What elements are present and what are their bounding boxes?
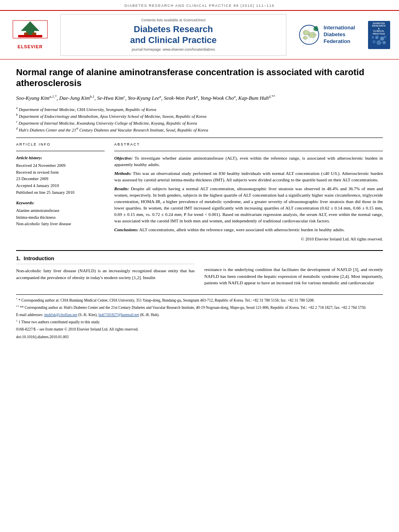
elsevier-label: ELSEVIER: [18, 44, 43, 50]
idf-globe-icon: [298, 24, 320, 46]
journal-cover-title: DIABETESRESEARCH&CLINICALPRACTICE: [372, 22, 385, 35]
journal-line: DIABETES RESEARCH AND CLINICAL PRACTICE …: [0, 0, 399, 10]
divider-1: [16, 138, 383, 138]
affiliation-b: b Department of Endocrinology and Metabo…: [16, 113, 383, 119]
keyword-2: Intima-media thickness: [16, 215, 105, 221]
article-info-col: ARTICLE INFO Article history: Received 2…: [16, 142, 105, 244]
intro-left-text: Non-alcoholic fatty liver disease (NAFLD…: [16, 267, 195, 281]
journal-cover-box: DIABETESRESEARCH&CLINICALPRACTICE: [368, 21, 390, 49]
idf-section: InternationalDiabetesFederation: [294, 14, 359, 56]
journal-cover-pattern: [371, 35, 387, 45]
keywords-label: Keywords:: [16, 200, 105, 206]
journal-cover-thumbnail: DIABETESRESEARCH&CLINICALPRACTICE: [367, 14, 391, 56]
footnote-equal: 1 1 These two authors contributed equall…: [16, 319, 383, 325]
history-item-2: Received in revised form: [16, 170, 105, 176]
affiliations: a Department of Internal Medicine, CHA U…: [16, 106, 383, 134]
license-line: 0168-8227/$ – see front matter © 2010 El…: [16, 327, 383, 332]
abstract-methods: Methods: This was an observational study…: [114, 170, 383, 183]
intro-right-text: resistance is the underlying condition t…: [204, 266, 383, 286]
journal-homepage: journal homepage: www.elsevier.com/locat…: [132, 47, 215, 52]
keyword-1: Alanine aminotransferase: [16, 208, 105, 214]
copyright-line: © 2010 Elsevier Ireland Ltd. All rights …: [114, 236, 383, 242]
sciencedirect-label: Contents lists available at ScienceDirec…: [141, 18, 206, 23]
elsevier-tree-icon: [12, 20, 48, 43]
section-number: 1.: [16, 255, 21, 262]
author-7: Kap-Bum Huhd,**: [239, 95, 275, 101]
svg-point-19: [372, 40, 376, 43]
article-title: Normal range of alanine aminotransferase…: [16, 67, 383, 89]
intro-left-col: 1. Introduction Non-alcoholic fatty live…: [16, 255, 195, 286]
abstract-objective: Objective: To investigate whether alanin…: [114, 155, 383, 168]
author-4: Yeo-Kyung Leea,: [128, 95, 164, 101]
history-item-3: 23 December 2009: [16, 176, 105, 182]
main-content: Normal range of alanine aminotransferase…: [0, 67, 399, 340]
article-info-abstract-section: ARTICLE INFO Article history: Received 2…: [16, 142, 383, 244]
author-3: Se-Hwa Kimc,: [97, 95, 128, 101]
elsevier-logo-section: ELSEVIER: [8, 14, 52, 56]
svg-point-21: [383, 41, 386, 44]
author-2: Dae-Jung Kimb,1,: [59, 95, 97, 101]
article-info-header: ARTICLE INFO: [16, 142, 105, 147]
svg-point-16: [375, 36, 378, 39]
email-link-2[interactable]: huh7181827@hanmail.net: [99, 313, 139, 317]
journal-title-section: Contents lists available at ScienceDirec…: [60, 14, 286, 56]
abstract-col: ABSTRACT Objective: To investigate wheth…: [114, 142, 383, 244]
affiliation-c: c Department of Internal Medicine, Kwand…: [16, 119, 383, 126]
history-item-4: Accepted 4 January 2010: [16, 183, 105, 189]
footnotes-area: * * Corresponding author at: CHA Bundang…: [16, 294, 383, 340]
authors-line: Soo-Kyung Kima,1,*, Dae-Jung Kimb,1, Se-…: [16, 94, 383, 103]
info-divider: [16, 151, 105, 151]
history-label: Article history:: [16, 155, 105, 161]
doi-line: doi:10.1016/j.diabres.2010.01.003: [16, 334, 383, 340]
author-6: Yong-Wook Choa,: [200, 95, 238, 101]
section-title: Introduction: [24, 255, 54, 262]
section-title-row: 1. Introduction: [16, 255, 195, 264]
svg-point-9: [303, 36, 308, 39]
abstract-results: Results: Despite all subjects having a n…: [114, 186, 383, 224]
svg-rect-5: [18, 35, 42, 37]
svg-point-15: [372, 36, 374, 39]
affiliation-a: a Department of Internal Medicine, CHA U…: [16, 106, 383, 113]
affiliation-d: d Huh's Diabetes Center and the 21st Cen…: [16, 126, 383, 133]
header-bar: ELSEVIER Contents lists available at Sci…: [0, 10, 399, 60]
email-link-1[interactable]: imdrlsk@chollian.net: [44, 313, 77, 317]
idf-logo-area: InternationalDiabetesFederation: [298, 24, 355, 46]
abstract-header: ABSTRACT: [114, 142, 383, 147]
footnote-email: E-mail addresses: imdrlsk@chollian.net (…: [16, 312, 383, 318]
svg-point-20: [376, 40, 381, 45]
intro-right-col: resistance is the underlying condition t…: [204, 255, 383, 286]
author-1: Soo-Kyung Kima,1,*,: [16, 95, 59, 101]
footnote-star: * * Corresponding author at: CHA Bundang…: [16, 297, 383, 303]
abstract-conclusions: Conclusions: ALT concentrations, albeit …: [114, 227, 383, 233]
svg-point-8: [308, 32, 316, 38]
footnote-double-star: ** ** Corresponding author at: Huh's Dia…: [16, 304, 383, 310]
journal-title: Diabetes Research and Clinical Practice: [130, 24, 216, 45]
abstract-divider: [114, 151, 383, 151]
idf-text: InternationalDiabetesFederation: [323, 25, 355, 45]
history-item-1: Received 24 November 2009: [16, 163, 105, 169]
intro-divider: [16, 250, 383, 251]
keyword-3: Non-alcoholic fatty liver disease: [16, 221, 105, 227]
introduction-section: 1. Introduction Non-alcoholic fatty live…: [16, 255, 383, 286]
svg-point-17: [380, 37, 384, 41]
page: DIABETES RESEARCH AND CLINICAL PRACTICE …: [0, 0, 399, 532]
history-item-5: Published on line 25 January 2010: [16, 190, 105, 196]
svg-point-18: [384, 36, 386, 38]
author-5: Seok-Won Parka,: [164, 95, 200, 101]
